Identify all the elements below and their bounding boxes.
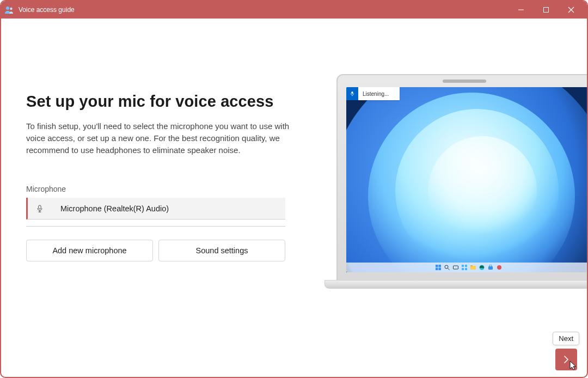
- laptop-illustration: Listening...: [324, 74, 588, 290]
- taskview-icon: [453, 265, 458, 270]
- svg-rect-4: [39, 205, 41, 209]
- voice-access-bar: Listening...: [346, 87, 400, 100]
- svg-rect-7: [439, 265, 442, 267]
- taskbar: [346, 263, 588, 272]
- add-mic-label: Add new microphone: [52, 246, 126, 255]
- svg-rect-19: [488, 266, 493, 270]
- maximize-button[interactable]: [534, 1, 559, 19]
- voice-access-status: Listening...: [358, 91, 389, 97]
- page-description: To finish setup, you'll need to select t…: [26, 120, 304, 156]
- svg-point-1: [10, 8, 12, 10]
- svg-rect-12: [462, 265, 464, 267]
- next-tooltip: Next: [553, 332, 579, 345]
- microphone-field-label: Microphone: [26, 185, 320, 193]
- svg-rect-9: [439, 268, 442, 271]
- secondary-button-row: Add new microphone Sound settings: [26, 240, 320, 261]
- close-icon: [568, 7, 574, 13]
- titlebar: Voice access guide: [1, 1, 587, 19]
- svg-rect-16: [470, 266, 476, 270]
- svg-rect-17: [470, 265, 473, 266]
- add-new-microphone-button[interactable]: Add new microphone: [26, 240, 153, 261]
- laptop-base: [324, 280, 588, 289]
- laptop-camera: [443, 80, 486, 83]
- voice-access-guide-window: Voice access guide Set up your mic for v…: [0, 0, 588, 378]
- sound-settings-label: Sound settings: [196, 246, 248, 255]
- microphone-select[interactable]: Microphone (Realtek(R) Audio): [26, 198, 285, 220]
- widgets-icon: [462, 265, 467, 270]
- svg-rect-13: [465, 265, 467, 267]
- pinned-app-icon: [497, 265, 502, 270]
- selected-microphone-name: Microphone (Realtek(R) Audio): [60, 204, 169, 213]
- svg-rect-3: [544, 8, 549, 13]
- voice-access-mic-icon: [346, 87, 358, 100]
- sound-settings-button[interactable]: Sound settings: [158, 240, 285, 261]
- laptop-screen: Listening...: [346, 87, 588, 272]
- laptop-lid: Listening...: [336, 74, 588, 282]
- page-heading: Set up your mic for voice access: [26, 93, 320, 111]
- svg-rect-5: [351, 92, 353, 94]
- windows-bloom-wallpaper: [346, 87, 588, 272]
- left-panel: Set up your mic for voice access To fini…: [26, 93, 320, 261]
- svg-rect-15: [465, 268, 467, 270]
- edge-icon: [479, 265, 485, 270]
- maximize-icon: [543, 7, 549, 13]
- app-icon: [4, 5, 14, 15]
- next-button[interactable]: [555, 349, 577, 370]
- svg-rect-6: [436, 265, 438, 267]
- minimize-button[interactable]: [509, 1, 534, 19]
- microphone-icon: [35, 204, 44, 213]
- start-icon: [436, 265, 441, 270]
- svg-rect-14: [462, 268, 464, 270]
- svg-rect-8: [436, 268, 438, 271]
- minimize-icon: [518, 7, 524, 13]
- explorer-icon: [470, 265, 476, 270]
- search-icon: [444, 265, 450, 270]
- store-icon: [488, 265, 493, 270]
- mouse-cursor-icon: [569, 361, 578, 371]
- svg-point-10: [445, 265, 448, 269]
- content-area: Set up your mic for voice access To fini…: [1, 19, 587, 378]
- divider: [26, 226, 285, 227]
- svg-point-0: [6, 7, 9, 10]
- window-title: Voice access guide: [19, 6, 75, 14]
- svg-rect-2: [518, 10, 524, 10]
- svg-point-20: [497, 265, 501, 270]
- next-nav: Next: [553, 332, 579, 370]
- chevron-right-icon: [562, 356, 570, 363]
- close-button[interactable]: [559, 1, 584, 19]
- svg-rect-11: [454, 266, 458, 269]
